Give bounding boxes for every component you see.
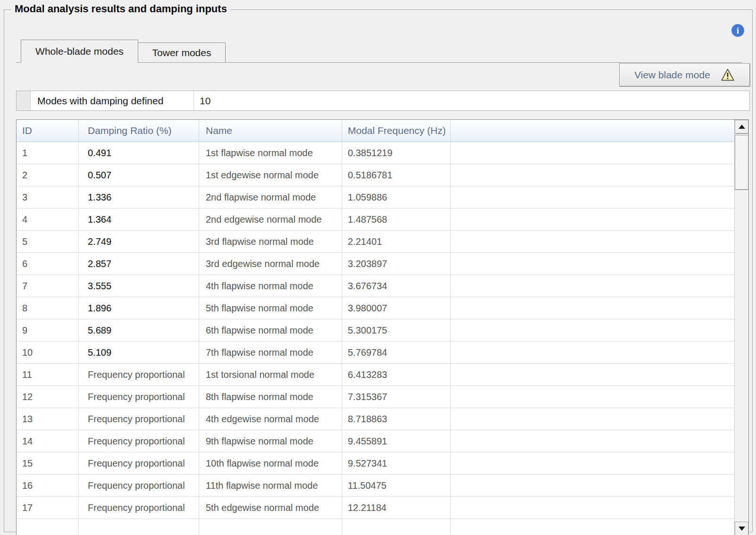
cell-damping-ratio[interactable]: 1.364 <box>79 209 199 230</box>
table-row[interactable]: 73.5554th flapwise normal mode3.676734 <box>17 275 734 297</box>
warning-icon <box>721 68 735 81</box>
cell-damping-ratio[interactable]: 2.749 <box>79 231 199 252</box>
cell-modal-frequency: 0.3851219 <box>342 142 451 164</box>
info-icon[interactable]: i <box>731 24 744 37</box>
cell-damping-ratio[interactable]: 0.491 <box>79 142 199 164</box>
table-row[interactable]: 62.8573rd edgewise normal mode3.203897 <box>17 253 734 275</box>
cell-id: 8 <box>17 297 79 319</box>
cell-modal-frequency: 5.300175 <box>342 319 451 341</box>
cell-filler <box>451 430 734 452</box>
cell-empty <box>199 519 342 535</box>
scroll-up-button[interactable] <box>735 120 748 134</box>
cell-id: 7 <box>17 275 79 297</box>
scroll-down-button[interactable] <box>735 522 748 535</box>
table-body: 10.4911st flapwise normal mode0.38512192… <box>17 142 734 535</box>
cell-id: 9 <box>17 319 79 341</box>
table-row[interactable]: 15Frequency proportional10th flapwise no… <box>17 452 734 475</box>
row-selector-handle[interactable] <box>17 91 31 110</box>
cell-name: 4th edgewise normal mode <box>199 408 342 430</box>
cell-filler <box>451 275 734 297</box>
table-header-row: IDDamping Ratio (%)NameModal Frequency (… <box>17 120 734 142</box>
column-header-id[interactable]: ID <box>17 120 79 142</box>
table-row-empty <box>17 519 734 535</box>
cell-damping-ratio[interactable]: 2.857 <box>79 253 199 275</box>
table-row[interactable]: 31.3362nd flapwise normal mode1.059886 <box>17 186 734 209</box>
cell-modal-frequency: 11.50475 <box>342 475 451 496</box>
table-row[interactable]: 13Frequency proportional4th edgewise nor… <box>17 408 734 430</box>
cell-damping-ratio[interactable]: Frequency proportional <box>79 497 199 518</box>
cell-name: 7th flapwise normal mode <box>199 342 342 363</box>
cell-name: 2nd edgewise normal mode <box>199 209 342 230</box>
cell-modal-frequency: 1.487568 <box>342 209 451 230</box>
cell-id: 14 <box>17 430 79 452</box>
cell-modal-frequency: 2.21401 <box>342 231 451 252</box>
cell-modal-frequency: 5.769784 <box>342 342 451 363</box>
cell-damping-ratio[interactable]: Frequency proportional <box>79 364 199 385</box>
cell-name: 1st torsional normal mode <box>199 364 342 385</box>
cell-damping-ratio[interactable]: 1.896 <box>79 297 199 319</box>
cell-id: 16 <box>17 475 79 496</box>
view-blade-mode-label: View blade mode <box>634 69 710 81</box>
column-header-freq[interactable]: Modal Frequency (Hz) <box>342 120 451 142</box>
vertical-scrollbar[interactable] <box>734 120 748 535</box>
cell-id: 10 <box>17 342 79 363</box>
cell-damping-ratio[interactable]: 5.689 <box>79 319 199 341</box>
cell-damping-ratio[interactable]: 1.336 <box>79 186 199 208</box>
table-row[interactable]: 20.5071st edgewise normal mode0.5186781 <box>17 164 734 186</box>
cell-modal-frequency: 6.413283 <box>342 364 451 385</box>
tab-whole-blade-modes[interactable]: Whole-blade modes <box>21 40 138 63</box>
cell-id: 17 <box>17 497 79 518</box>
table-row[interactable]: 16Frequency proportional11th flapwise no… <box>17 475 734 497</box>
table-row[interactable]: 52.7493rd flapwise normal mode2.21401 <box>17 231 734 253</box>
table-row[interactable]: 12Frequency proportional8th flapwise nor… <box>17 386 734 408</box>
scroll-up-icon <box>739 125 745 129</box>
cell-damping-ratio[interactable]: Frequency proportional <box>79 430 199 452</box>
cell-id: 12 <box>17 386 79 408</box>
cell-damping-ratio[interactable]: 5.109 <box>79 342 199 363</box>
table-row[interactable]: 41.3642nd edgewise normal mode1.487568 <box>17 209 734 231</box>
cell-filler <box>451 386 734 408</box>
cell-name: 2nd flapwise normal mode <box>199 186 342 208</box>
cell-empty <box>17 519 79 535</box>
column-header-name[interactable]: Name <box>199 120 342 142</box>
modal-analysis-group-box: i Whole-blade modes Tower modes View bla… <box>4 9 753 532</box>
cell-damping-ratio[interactable]: Frequency proportional <box>79 408 199 430</box>
cell-name: 11th flapwise normal mode <box>199 475 342 496</box>
cell-filler <box>451 342 734 363</box>
cell-id: 11 <box>17 364 79 385</box>
cell-damping-ratio[interactable]: Frequency proportional <box>79 475 199 496</box>
cell-filler <box>451 297 734 319</box>
cell-modal-frequency: 0.5186781 <box>342 164 451 186</box>
cell-empty <box>79 519 199 535</box>
cell-id: 15 <box>17 452 79 474</box>
scroll-down-icon <box>739 527 745 531</box>
cell-name: 5th flapwise normal mode <box>199 297 342 319</box>
cell-damping-ratio[interactable]: Frequency proportional <box>79 452 199 474</box>
modes-with-damping-row: Modes with damping defined 10 <box>16 91 750 111</box>
cell-filler <box>451 164 734 186</box>
cell-damping-ratio[interactable]: Frequency proportional <box>79 386 199 408</box>
cell-empty <box>451 519 734 535</box>
cell-modal-frequency: 9.455891 <box>342 430 451 452</box>
table-row[interactable]: 95.6896th flapwise normal mode5.300175 <box>17 319 734 342</box>
modes-with-damping-value[interactable]: 10 <box>194 91 749 110</box>
cell-damping-ratio[interactable]: 0.507 <box>79 164 199 186</box>
column-header-damping[interactable]: Damping Ratio (%) <box>79 120 199 142</box>
cell-name: 1st flapwise normal mode <box>199 142 342 164</box>
table-row[interactable]: 10.4911st flapwise normal mode0.3851219 <box>17 142 734 164</box>
table-row[interactable]: 11Frequency proportional1st torsional no… <box>17 364 734 386</box>
table-row[interactable]: 17Frequency proportional5th edgewise nor… <box>17 497 734 519</box>
table-row[interactable]: 14Frequency proportional9th flapwise nor… <box>17 430 734 452</box>
cell-filler <box>451 497 734 518</box>
table-row[interactable]: 105.1097th flapwise normal mode5.769784 <box>17 342 734 364</box>
cell-filler <box>451 209 734 230</box>
table-row[interactable]: 81.8965th flapwise normal mode3.980007 <box>17 297 734 319</box>
cell-filler <box>451 231 734 252</box>
cell-modal-frequency: 1.059886 <box>342 186 451 208</box>
cell-name: 6th flapwise normal mode <box>199 319 342 341</box>
cell-damping-ratio[interactable]: 3.555 <box>79 275 199 297</box>
view-blade-mode-button[interactable]: View blade mode <box>619 63 750 86</box>
scrollbar-thumb[interactable] <box>735 135 748 190</box>
modes-table: IDDamping Ratio (%)NameModal Frequency (… <box>16 119 749 535</box>
tab-tower-modes[interactable]: Tower modes <box>138 42 226 62</box>
